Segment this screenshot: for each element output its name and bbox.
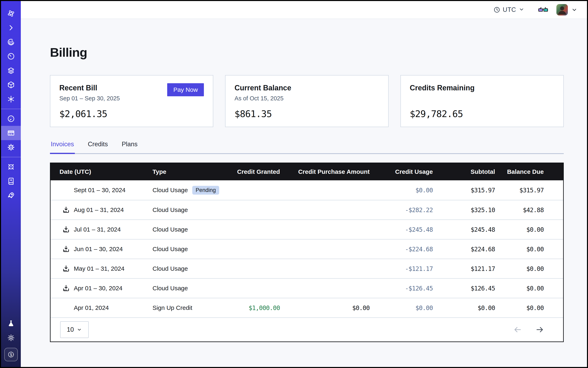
- spiral-icon: [7, 38, 15, 46]
- invoice-date: Jun 01 – 30, 2024: [74, 246, 123, 253]
- download-icon[interactable]: [62, 206, 70, 214]
- column-header: Subtotal: [433, 168, 495, 175]
- credit-usage-value: -$282.22: [370, 206, 433, 214]
- invoice-type: Cloud Usage: [153, 265, 188, 272]
- sun-icon: [7, 334, 15, 342]
- card-title: Current Balance: [235, 84, 379, 92]
- credit-granted-value: $1,000.00: [231, 304, 280, 312]
- tab-invoices[interactable]: Invoices: [50, 140, 75, 154]
- table-footer: 10: [51, 317, 563, 341]
- clock-icon: [493, 6, 500, 13]
- credit-usage-value: -$126.45: [370, 285, 433, 292]
- sidebar-divider: [1, 109, 21, 109]
- sidebar-item-settings[interactable]: [1, 140, 21, 154]
- sidebar-item-docs[interactable]: [1, 174, 21, 188]
- column-header: Date (UTC): [51, 168, 144, 175]
- book-sparkles-icon: [7, 177, 15, 185]
- balance-due-value: $42.88: [495, 206, 544, 214]
- sidebar-item-labs[interactable]: [1, 316, 21, 331]
- sidebar-item-credits-badge[interactable]: $: [4, 348, 18, 361]
- card-subtitle: [410, 95, 554, 102]
- main-content: Billing Recent Bill Sep 01 – Sep 30, 202…: [21, 19, 587, 367]
- download-icon[interactable]: [62, 245, 70, 253]
- table-row: Sept 01 – 30, 2024 Cloud Usage Pending $…: [51, 180, 563, 200]
- invoice-type: Sign Up Credit: [153, 304, 192, 311]
- page-size-select[interactable]: 10: [60, 321, 89, 338]
- summary-cards: Recent Bill Sep 01 – Sep 30, 2025 $2,061…: [50, 75, 564, 127]
- svg-text:$: $: [10, 352, 12, 357]
- invoice-date: Jul 01 – 31, 2024: [74, 226, 121, 233]
- column-header: Credit Granted: [231, 168, 280, 175]
- pay-now-button[interactable]: Pay Now: [167, 83, 204, 96]
- sidebar-item-billing[interactable]: [1, 126, 21, 140]
- billing-card-icon: [7, 129, 15, 137]
- credit-usage-value: -$121.17: [370, 265, 433, 272]
- tab-plans[interactable]: Plans: [121, 140, 138, 154]
- column-header: Type: [144, 168, 231, 175]
- chevron-down-icon: [518, 6, 525, 13]
- credit-purchase-value: $0.00: [280, 304, 370, 312]
- invoice-date: May 01 – 31, 2024: [74, 265, 125, 272]
- column-header: Credit Usage: [370, 168, 433, 175]
- coin-icon: $: [7, 350, 15, 359]
- balance-due-value: $0.00: [495, 304, 544, 312]
- balance-due-value: $315.97: [495, 187, 544, 194]
- table-row: Jun 01 – 30, 2024 Cloud Usage -$224.68 $…: [51, 239, 563, 259]
- subtotal-value: $325.10: [433, 206, 495, 214]
- sidebar-divider: [1, 157, 21, 157]
- sidebar-item-spiral[interactable]: [1, 35, 21, 49]
- sidebar: $: [1, 1, 21, 367]
- credit-usage-value: -$245.48: [370, 226, 433, 233]
- sidebar-item-expand[interactable]: [1, 21, 21, 35]
- demo-mode-button[interactable]: [538, 7, 548, 13]
- column-header: Balance Due: [495, 168, 544, 175]
- subtotal-value: $0.00: [433, 304, 495, 312]
- sidebar-item-timer[interactable]: [1, 49, 21, 64]
- table-row: Apr 01 – 30, 2024 Cloud Usage -$126.45 $…: [51, 278, 563, 298]
- topbar: UTC: [21, 1, 587, 19]
- download-icon[interactable]: [62, 265, 70, 273]
- credit-usage-value: -$224.68: [370, 246, 433, 253]
- sidebar-item-getting-started[interactable]: [1, 188, 21, 202]
- column-header: Credit Purchase Amount: [280, 168, 370, 175]
- billing-tabs: Invoices Credits Plans: [50, 140, 564, 154]
- next-page-button[interactable]: [535, 325, 544, 334]
- invoice-type: Cloud Usage: [153, 206, 188, 213]
- rocket-icon: [7, 191, 15, 200]
- timer-icon: [7, 52, 15, 60]
- cube-icon: [7, 81, 15, 89]
- 3d-glasses-icon: [538, 7, 548, 13]
- subtotal-value: $315.97: [433, 187, 495, 194]
- balance-due-value: $0.00: [495, 246, 544, 253]
- table-row: May 01 – 31, 2024 Cloud Usage -$121.17 $…: [51, 259, 563, 278]
- tab-credits[interactable]: Credits: [87, 140, 109, 154]
- invoice-type: Cloud Usage: [153, 226, 188, 233]
- timezone-selector[interactable]: UTC: [493, 6, 525, 13]
- sidebar-item-helm[interactable]: [1, 160, 21, 174]
- sidebar-item-layers[interactable]: [1, 64, 21, 78]
- sidebar-item-logo[interactable]: [1, 6, 21, 21]
- previous-page-button[interactable]: [513, 325, 522, 334]
- pagination-arrows: [513, 325, 544, 334]
- download-icon[interactable]: [62, 284, 70, 292]
- download-icon[interactable]: [62, 225, 70, 234]
- gauge-icon: [7, 115, 15, 123]
- table-body: Sept 01 – 30, 2024 Cloud Usage Pending $…: [51, 180, 563, 317]
- invoice-type: Cloud Usage: [153, 246, 188, 253]
- sidebar-item-asterisk[interactable]: [1, 92, 21, 106]
- subtotal-value: $126.45: [433, 285, 495, 292]
- sidebar-item-cube[interactable]: [1, 78, 21, 92]
- sidebar-item-usage[interactable]: [1, 111, 21, 126]
- invoice-date: Sept 01 – 30, 2024: [74, 187, 126, 193]
- gear-icon: [7, 143, 15, 151]
- user-menu-chevron-icon[interactable]: [571, 7, 578, 13]
- user-avatar[interactable]: [556, 4, 568, 16]
- balance-due-value: $0.00: [495, 285, 544, 292]
- card-title: Credits Remaining: [410, 84, 554, 92]
- layers-icon: [7, 66, 15, 75]
- sidebar-item-theme[interactable]: [1, 331, 21, 345]
- invoice-type: Cloud Usage: [153, 285, 188, 292]
- invoice-date: Apr 01, 2024: [74, 304, 109, 311]
- credit-usage-value: $0.00: [370, 304, 433, 312]
- asterisk-icon: [7, 95, 15, 103]
